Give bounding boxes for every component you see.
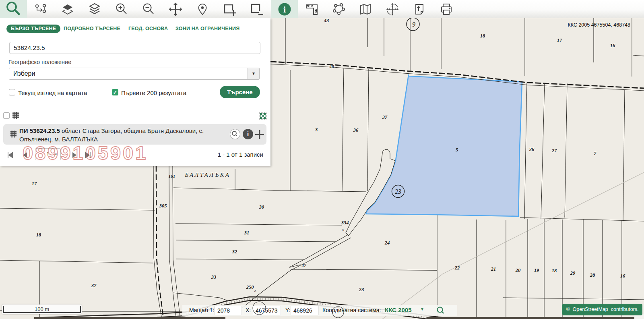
svg-text:27: 27: [551, 148, 557, 153]
svg-text:22: 22: [454, 265, 460, 271]
svg-text:334: 334: [341, 220, 349, 226]
svg-text:250: 250: [246, 284, 254, 290]
svg-text:23: 23: [395, 188, 401, 195]
svg-text:18: 18: [480, 33, 485, 39]
svg-text:23: 23: [359, 287, 364, 292]
svg-text:^: ^: [342, 228, 344, 232]
svg-text:^: ^: [254, 289, 256, 294]
svg-text:37: 37: [382, 114, 388, 120]
svg-text:ККС 2005 4675504, 468748: ККС 2005 4675504, 468748: [568, 22, 630, 28]
svg-text:9: 9: [412, 21, 415, 28]
svg-text:16: 16: [620, 273, 625, 279]
svg-text:33: 33: [211, 274, 217, 280]
svg-text:30: 30: [259, 204, 264, 210]
svg-text:37: 37: [91, 283, 97, 288]
svg-text:20: 20: [515, 267, 521, 273]
svg-text:i: i: [283, 4, 285, 14]
svg-text:5: 5: [456, 147, 458, 153]
svg-text:17: 17: [557, 37, 562, 43]
svg-text:28: 28: [590, 272, 595, 278]
svg-text:100 m: 100 m: [35, 306, 49, 312]
svg-text:БАЛТАЛЪКА: БАЛТАЛЪКА: [185, 172, 231, 178]
svg-text:18: 18: [552, 268, 557, 273]
svg-text:48: 48: [329, 64, 334, 69]
svg-text:18: 18: [36, 232, 41, 238]
svg-text:7: 7: [594, 151, 597, 156]
svg-text:36: 36: [353, 127, 359, 133]
svg-text:32: 32: [232, 249, 237, 255]
svg-text:305: 305: [159, 203, 167, 209]
svg-text:29: 29: [570, 270, 576, 276]
svg-text:3: 3: [315, 127, 318, 133]
svg-text:47: 47: [301, 263, 307, 268]
svg-text:19: 19: [534, 267, 539, 273]
svg-text:26: 26: [529, 147, 535, 152]
svg-text:24: 24: [384, 240, 390, 246]
svg-text:17: 17: [32, 181, 37, 186]
svg-text:31: 31: [244, 230, 250, 236]
svg-text:43: 43: [324, 18, 329, 23]
svg-text:21: 21: [491, 266, 496, 272]
svg-text:161: 161: [169, 174, 175, 178]
svg-text:16: 16: [610, 43, 615, 48]
